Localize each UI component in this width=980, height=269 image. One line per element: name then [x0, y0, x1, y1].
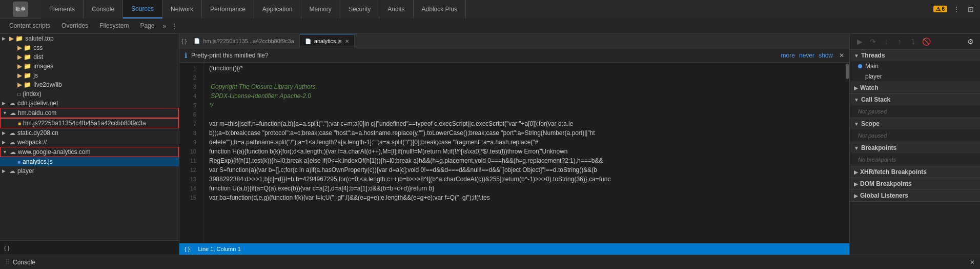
tab-adblock-plus[interactable]: Adblock Plus [414, 0, 466, 18]
tree-item[interactable]: ▶ 📁 dist [0, 52, 179, 62]
step-over-btn[interactable]: ↷ [867, 36, 879, 47]
sub-toolbar-separator: » [162, 23, 166, 30]
rp-arrow: ▶ [854, 85, 858, 91]
rp-arrow: ▼ [854, 145, 859, 151]
file-sidebar: ▶ ▶ 📁 saluteĩ.top ▶ 📁 css ▶ 📁 dist ▶ 📁 i… [0, 34, 179, 255]
sub-tab-page[interactable]: Page [135, 19, 159, 33]
pp-show-link[interactable]: show [819, 52, 833, 59]
pp-more-link[interactable]: more [781, 52, 795, 59]
format-icon[interactable]: { } [181, 38, 187, 44]
rp-section-scope: ▼ScopeNot paused [850, 118, 980, 142]
tree-item[interactable]: ▶ ▶ 📁 saluteĩ.top [0, 34, 179, 43]
code-content[interactable]: (function(){/* Copyright The Closure Lib… [204, 63, 845, 243]
tree-item-label: hm.js?2250a11354c4fb45a1a42ccbb80f9c3a [23, 120, 146, 127]
pp-close-btn[interactable]: ✕ [839, 52, 844, 59]
domain-icon: ☁ [9, 100, 15, 107]
folder-icon: ▶ 📁 [9, 35, 23, 42]
step-into-btn[interactable]: ↓ [881, 36, 892, 47]
line-number: 5 [183, 101, 199, 110]
pretty-print-links: more never show ✕ [781, 52, 844, 59]
rp-section-global_listeners: ▶Global Listeners [850, 190, 980, 202]
tree-item[interactable]: ▼ ☁ hm.baidu.com [0, 108, 179, 118]
tree-item[interactable]: ▶ 📁 css [0, 43, 179, 52]
step-out-btn[interactable]: ↑ [894, 36, 905, 47]
rp-header-dom_breakpoints[interactable]: ▶DOM Breakpoints [850, 178, 980, 189]
file-tab-label: hm.js?2250a1135...a42ccbb80f9c3a [203, 38, 294, 44]
rp-header-threads[interactable]: ▼Threads [850, 50, 980, 61]
editor-area: { }📄hm.js?2250a1135...a42ccbb80f9c3a📄ana… [179, 34, 849, 255]
warning-badge: ⚠ 6 [933, 6, 947, 12]
code-editor-wrapper: 123456789101112131415 (function(){/* Cop… [179, 63, 849, 243]
console-drag-handle[interactable]: ⠿ [5, 259, 10, 266]
tree-arrow: ▼ [3, 110, 10, 116]
tab-elements[interactable]: Elements [41, 0, 84, 18]
tree-item[interactable]: ■ hm.js?2250a11354c4fb45a1a42ccbb80f9c3a [0, 118, 179, 128]
rp-arrow: ▼ [854, 97, 859, 103]
tree-item[interactable]: ▼ ☁ www.google-analytics.com [0, 147, 179, 157]
rp-header-watch[interactable]: ▶Watch [850, 82, 980, 93]
more-sub-tabs-icon: ⋮ [171, 23, 177, 30]
resume-btn[interactable]: ▶ [854, 36, 865, 47]
console-close-btn[interactable]: ✕ [970, 259, 975, 266]
tab-security[interactable]: Security [340, 0, 379, 18]
tree-item[interactable]: ▶ ☁ static.dy208.cn [0, 128, 179, 138]
tree-item[interactable]: ▶ 📁 js [0, 71, 179, 80]
sub-tab-overrides[interactable]: Overrides [56, 19, 93, 33]
sub-tab-filesystem[interactable]: Filesystem [94, 19, 134, 33]
file-tab-analytics-js[interactable]: 📄analytics.js✕ [300, 34, 355, 48]
rp-item[interactable]: player [850, 71, 980, 82]
tree-item-label: saluteĩ.top [25, 35, 53, 42]
rp-item-label: Main [865, 63, 879, 70]
code-line: var m=this||self,n=function(a,b){a=a.spl… [209, 119, 845, 128]
domain-icon: ☁ [9, 139, 15, 146]
code-line [209, 73, 845, 82]
tab-memory[interactable]: Memory [301, 0, 340, 18]
deactivate-breakpoints-btn[interactable]: 🚫 [921, 36, 932, 47]
tree-item[interactable]: ■ analytics.js [0, 157, 179, 166]
domain-icon: ☁ [10, 109, 16, 117]
tab-network[interactable]: Network [162, 0, 202, 18]
app-name: 歌单 [15, 6, 26, 13]
file-tab-label: analytics.js [314, 38, 342, 44]
rp-label: Scope [861, 120, 880, 127]
tab-sources[interactable]: Sources [123, 0, 162, 18]
sub-tab-content-scripts[interactable]: Content scripts [4, 19, 55, 33]
line-number: 3 [183, 82, 199, 91]
rp-header-breakpoints[interactable]: ▼Breakpoints [850, 142, 980, 153]
tree-item-label: cdn.jsdelivr.net [17, 100, 58, 107]
rp-section-call_stack: ▼Call StackNot paused [850, 94, 980, 118]
line-number: 11 [183, 156, 199, 165]
rp-item[interactable]: Main [850, 61, 980, 71]
rp-arrow: ▼ [854, 53, 859, 59]
scroll-thumb[interactable] [846, 64, 849, 79]
pp-never-link[interactable]: never [799, 52, 814, 59]
tab-performance[interactable]: Performance [202, 0, 254, 18]
tree-item[interactable]: ▶ 📁 images [0, 62, 179, 71]
tree-item-label: dist [33, 53, 43, 61]
tree-item[interactable]: ▶ 📁 live2dw/lib [0, 80, 179, 89]
code-line: */ [209, 101, 845, 110]
dock-btn[interactable]: ⊡ [966, 4, 976, 14]
pause-exceptions-btn[interactable]: ⚙ [965, 36, 976, 47]
tree-item-label: www.google-analytics.com [18, 148, 90, 156]
rp-header-call_stack[interactable]: ▼Call Stack [850, 94, 980, 105]
rp-header-global_listeners[interactable]: ▶Global Listeners [850, 190, 980, 201]
folder-icon: ▶ 📁 [17, 53, 31, 61]
rp-header-scope[interactable]: ▼Scope [850, 118, 980, 129]
tab-console[interactable]: Console [84, 0, 123, 18]
tab-application[interactable]: Application [254, 0, 301, 18]
folder-icon: ▶ 📁 [17, 72, 31, 79]
tree-item[interactable]: ▶ ☁ cdn.jsdelivr.net [0, 99, 179, 108]
tree-item[interactable]: ▶ ☁ webpack:// [0, 138, 179, 147]
code-line: SPDX-License-Identifier: Apache-2.0 [209, 91, 845, 101]
tab-close-btn[interactable]: ✕ [345, 39, 349, 44]
domain-icon: ☁ [9, 129, 15, 137]
app-icon-area: 歌单 [0, 2, 41, 17]
step-btn[interactable]: ⤵ [907, 36, 918, 47]
settings-btn[interactable]: ⋮ [951, 4, 962, 14]
tab-audits[interactable]: Audits [379, 0, 413, 18]
rp-header-xhr_breakpoints[interactable]: ▶XHR/fetch Breakpoints [850, 166, 980, 178]
file-tab-hm-js-2250a1135---a42ccbb80f9c3a[interactable]: 📄hm.js?2250a1135...a42ccbb80f9c3a [189, 34, 299, 48]
tree-item[interactable]: □ (index) [0, 89, 179, 99]
tree-item[interactable]: ▶ ☁ player [0, 166, 179, 176]
